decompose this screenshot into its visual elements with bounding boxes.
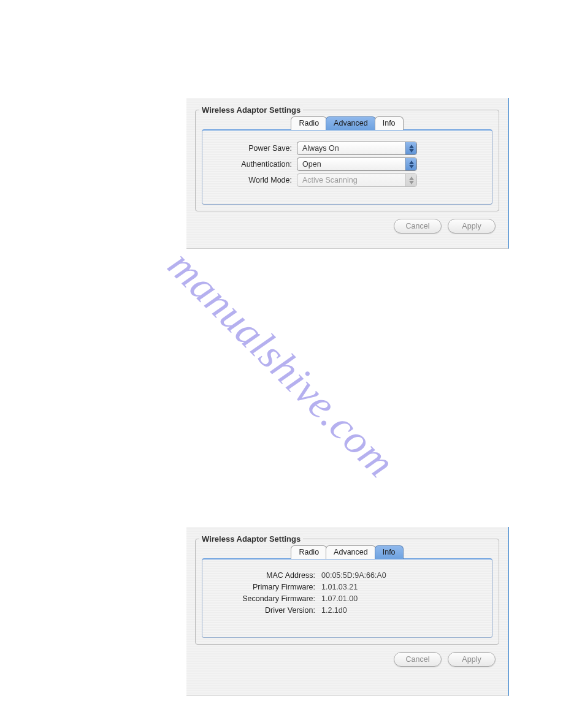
- cancel-button[interactable]: Cancel: [394, 652, 442, 667]
- label-driver-version: Driver Version:: [213, 606, 321, 615]
- label-mac-address: MAC Address:: [213, 571, 321, 580]
- row-world-mode: World Mode: Active Scanning: [213, 173, 481, 187]
- tab-info[interactable]: Info: [375, 116, 404, 130]
- wireless-settings-group: Wireless Adaptor Settings Radio Advanced…: [195, 105, 499, 211]
- group-title: Wireless Adaptor Settings: [199, 534, 303, 544]
- stepper-icon: [405, 174, 416, 186]
- value-driver-version: 1.2.1d0: [321, 606, 347, 615]
- button-row: Cancel Apply: [195, 219, 499, 233]
- label-primary-firmware: Primary Firmware:: [213, 583, 321, 591]
- tab-bar: Radio Advanced Info: [196, 116, 499, 129]
- select-world-mode-value: Active Scanning: [302, 176, 358, 184]
- cancel-button[interactable]: Cancel: [394, 219, 442, 233]
- label-world-mode: World Mode:: [213, 176, 297, 184]
- row-power-save: Power Save: Always On: [213, 142, 481, 155]
- tab-advanced[interactable]: Advanced: [326, 545, 376, 559]
- row-authentication: Authentication: Open: [213, 157, 481, 171]
- settings-panel-advanced: Wireless Adaptor Settings Radio Advanced…: [186, 98, 509, 249]
- settings-panel-info: Wireless Adaptor Settings Radio Advanced…: [186, 527, 509, 696]
- label-secondary-firmware: Secondary Firmware:: [213, 594, 321, 603]
- label-authentication: Authentication:: [213, 160, 297, 169]
- tab-radio[interactable]: Radio: [291, 545, 327, 559]
- select-world-mode: Active Scanning: [297, 173, 417, 187]
- value-primary-firmware: 1.01.03.21: [321, 583, 358, 591]
- value-mac-address: 00:05:5D:9A:66:A0: [321, 571, 386, 580]
- watermark-text: manualshive.com: [158, 241, 405, 487]
- apply-button[interactable]: Apply: [448, 219, 496, 233]
- row-primary-firmware: Primary Firmware: 1.01.03.21: [213, 583, 481, 591]
- select-authentication-value: Open: [302, 160, 321, 169]
- tab-bar: Radio Advanced Info: [196, 545, 499, 558]
- tab-pane-advanced: Power Save: Always On Authentication: Op…: [202, 129, 492, 205]
- label-power-save: Power Save:: [213, 144, 297, 153]
- select-authentication[interactable]: Open: [297, 157, 417, 171]
- stepper-icon: [405, 158, 416, 170]
- tab-info[interactable]: Info: [375, 545, 404, 559]
- value-secondary-firmware: 1.07.01.00: [321, 594, 358, 603]
- tab-radio[interactable]: Radio: [291, 116, 327, 130]
- select-power-save-value: Always On: [302, 144, 339, 153]
- group-title: Wireless Adaptor Settings: [199, 105, 303, 115]
- tab-advanced[interactable]: Advanced: [326, 116, 376, 130]
- select-power-save[interactable]: Always On: [297, 142, 417, 155]
- apply-button[interactable]: Apply: [448, 652, 496, 667]
- wireless-settings-group: Wireless Adaptor Settings Radio Advanced…: [195, 534, 499, 645]
- row-secondary-firmware: Secondary Firmware: 1.07.01.00: [213, 594, 481, 603]
- row-mac-address: MAC Address: 00:05:5D:9A:66:A0: [213, 571, 481, 580]
- stepper-icon: [405, 142, 416, 154]
- tab-pane-info: MAC Address: 00:05:5D:9A:66:A0 Primary F…: [202, 558, 492, 638]
- button-row: Cancel Apply: [195, 652, 499, 667]
- row-driver-version: Driver Version: 1.2.1d0: [213, 606, 481, 615]
